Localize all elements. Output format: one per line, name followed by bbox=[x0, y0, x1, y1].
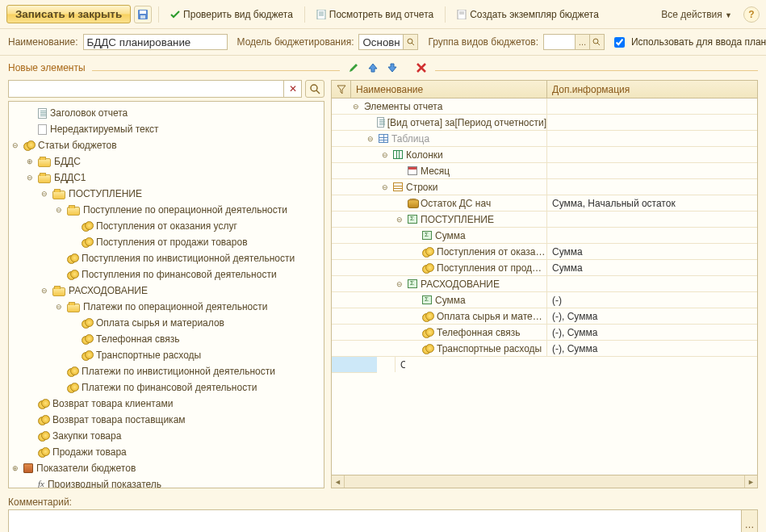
tree-item[interactable]: Телефонная связь bbox=[10, 331, 322, 347]
grid-cell-info bbox=[547, 228, 757, 243]
scroll-right-button[interactable]: ► bbox=[744, 475, 757, 488]
tree-item[interactable]: Платежи по инвистиционной деятельности bbox=[10, 363, 322, 379]
grid-settings-button[interactable] bbox=[332, 81, 351, 98]
name-input[interactable] bbox=[83, 34, 228, 50]
grid-row[interactable]: Месяц bbox=[332, 163, 757, 179]
use-for-plan-checkbox[interactable] bbox=[614, 37, 625, 48]
column-name-header[interactable]: Наименование bbox=[351, 81, 547, 98]
grid-row[interactable]: Поступления от оказа…Сумма bbox=[332, 244, 757, 260]
tree-item[interactable]: ⊕Показатели бюджетов bbox=[10, 460, 322, 476]
tree-item[interactable]: fxПроизводный показатель bbox=[10, 476, 322, 488]
tree-item[interactable]: ⊖Платежи по операционной деятельности bbox=[10, 299, 322, 315]
view-report-button[interactable]: Посмотреть вид отчета bbox=[312, 6, 438, 23]
collapse-icon[interactable]: ⊖ bbox=[351, 102, 361, 111]
scroll-left-button[interactable]: ◄ bbox=[332, 475, 345, 488]
all-actions-dropdown[interactable]: Все действия ▼ bbox=[656, 6, 737, 23]
group-input[interactable] bbox=[543, 34, 576, 50]
tree-item[interactable]: ⊖РАСХОДОВАНИЕ bbox=[10, 283, 322, 299]
collapse-icon[interactable]: ⊖ bbox=[10, 140, 20, 150]
tree-item[interactable]: ⊖БДДС1 bbox=[10, 170, 322, 186]
tree-item[interactable]: Поступления по финансовой деятельности bbox=[10, 266, 322, 283]
save-and-close-button[interactable]: Записать и закрыть bbox=[6, 5, 131, 23]
tree-item[interactable]: Оплата сырья и материалов bbox=[10, 315, 322, 331]
coins-icon bbox=[82, 318, 93, 328]
tree-item[interactable]: Платежи по финансовой деятельности bbox=[10, 379, 322, 396]
check-icon bbox=[170, 10, 180, 19]
edit-button[interactable] bbox=[346, 61, 361, 75]
tree-item[interactable]: Поступления от продажи товаров bbox=[10, 234, 322, 250]
tree-item[interactable]: Заголовок отчета bbox=[10, 105, 322, 121]
tree-item[interactable]: ⊖Поступление по операционной деятельност… bbox=[10, 202, 322, 218]
move-up-button[interactable] bbox=[366, 61, 380, 75]
tree-item[interactable]: Поступления по инвистиционной деятельнос… bbox=[10, 250, 322, 266]
collapse-icon[interactable]: ⊖ bbox=[380, 182, 390, 192]
group-ellipsis-button[interactable]: … bbox=[576, 34, 590, 50]
tree-item[interactable]: Возврат товара клиентами bbox=[10, 396, 322, 412]
tree-item[interactable]: Транспортные расходы bbox=[10, 347, 322, 363]
tree-item[interactable]: Продажи товара bbox=[10, 444, 322, 460]
grid-row[interactable]: ⊖Колонки bbox=[332, 147, 757, 163]
grid-row[interactable]: ⊖ПОСТУПЛЕНИЕ bbox=[332, 212, 757, 228]
grid-row[interactable]: Телефонная связь(-), Сумма bbox=[332, 325, 757, 341]
grid-cell-name: ПОСТУПЛЕНИЕ bbox=[421, 214, 494, 225]
collapse-icon[interactable]: ⊖ bbox=[40, 286, 49, 295]
tree-item-label: Заголовок отчета bbox=[50, 107, 128, 119]
tree-item[interactable]: Поступления от оказания услуг bbox=[10, 218, 322, 234]
grid-row[interactable]: Поступления от прод…Сумма bbox=[332, 260, 757, 276]
grid-row[interactable]: Сумма bbox=[332, 228, 757, 244]
collapse-icon[interactable]: ⊖ bbox=[395, 215, 404, 224]
grid-row[interactable]: Остаток ДС начСумма, Начальный остаток bbox=[332, 195, 757, 212]
horizontal-scrollbar[interactable]: ◄ ► bbox=[331, 475, 758, 488]
elements-tree[interactable]: Заголовок отчетаНередактируемый текст⊖Ст… bbox=[9, 102, 324, 488]
save-button[interactable] bbox=[134, 6, 152, 23]
comment-select-button[interactable]: … bbox=[741, 510, 757, 532]
collapse-icon[interactable]: ⊖ bbox=[40, 189, 49, 199]
tree-item[interactable]: Закупки товара bbox=[10, 428, 322, 444]
group-select-button[interactable] bbox=[590, 34, 605, 50]
grid-row[interactable]: Оплата сырья и мате…(-), Сумма bbox=[332, 308, 757, 325]
expand-icon[interactable]: ⊕ bbox=[25, 157, 35, 166]
search-button[interactable] bbox=[305, 80, 324, 98]
expand-icon[interactable]: ⊕ bbox=[10, 463, 20, 473]
move-down-button[interactable] bbox=[385, 61, 400, 75]
scroll-track[interactable] bbox=[345, 475, 744, 488]
column-info-header[interactable]: Доп.информация bbox=[547, 81, 757, 98]
tree-item[interactable]: ⊕БДДС bbox=[10, 153, 322, 170]
check-budget-button[interactable]: Проверить вид бюджета bbox=[165, 6, 298, 23]
create-instance-button[interactable]: Создать экземпляр бюджета bbox=[452, 6, 604, 23]
grid-row[interactable]: ⊖РАСХОДОВАНИЕ bbox=[332, 276, 757, 292]
tree-item-label: Показатели бюджетов bbox=[36, 463, 136, 474]
grid-row[interactable]: ⊖Строки bbox=[332, 179, 757, 195]
tree-item[interactable]: Возврат товара поставщикам bbox=[10, 412, 322, 428]
collapse-icon[interactable]: ⊖ bbox=[395, 279, 404, 289]
structure-grid[interactable]: ⊖Элементы отчета[Вид отчета] за[Период о… bbox=[332, 98, 757, 373]
grid-row[interactable]: Остаток ДС конСумма, Конечный остаток bbox=[332, 357, 377, 373]
grid-row[interactable]: ⊖Элементы отчета bbox=[332, 98, 757, 115]
tree-item-label: Возврат товара поставщикам bbox=[52, 414, 186, 425]
collapse-icon[interactable]: ⊖ bbox=[54, 302, 64, 312]
model-input[interactable] bbox=[358, 34, 404, 50]
tree-item[interactable]: ⊖ПОСТУПЛЕНИЕ bbox=[10, 186, 322, 202]
grid-row[interactable]: ⊖Таблица bbox=[332, 131, 757, 147]
collapse-icon[interactable]: ⊖ bbox=[380, 150, 390, 160]
help-button[interactable]: ? bbox=[743, 6, 760, 23]
collapse-icon[interactable]: ⊖ bbox=[54, 205, 64, 215]
collapse-icon[interactable]: ⊖ bbox=[366, 134, 375, 144]
tree-item-label: БДДС1 bbox=[54, 172, 86, 183]
tree-item[interactable]: ⊖Статьи бюджетов bbox=[10, 137, 322, 153]
model-select-button[interactable] bbox=[404, 34, 418, 50]
svg-rect-2 bbox=[140, 15, 145, 19]
comment-input[interactable]: … bbox=[8, 509, 758, 532]
tree-item[interactable]: Нередактируемый текст bbox=[10, 121, 322, 137]
svg-rect-1 bbox=[140, 10, 146, 14]
search-clear-button[interactable]: ✕ bbox=[284, 80, 302, 98]
search-input[interactable] bbox=[8, 80, 284, 98]
magnifier-icon bbox=[309, 83, 320, 94]
delete-button[interactable] bbox=[414, 61, 429, 75]
grid-row[interactable]: [Вид отчета] за[Период отчетности] bbox=[332, 115, 757, 131]
grid-row[interactable]: Транспортные расходы(-), Сумма bbox=[332, 341, 757, 357]
svg-rect-7 bbox=[458, 10, 466, 19]
tree-item-label: Оплата сырья и материалов bbox=[96, 317, 224, 329]
grid-row[interactable]: Сумма(-) bbox=[332, 292, 757, 308]
collapse-icon[interactable]: ⊖ bbox=[25, 173, 35, 182]
